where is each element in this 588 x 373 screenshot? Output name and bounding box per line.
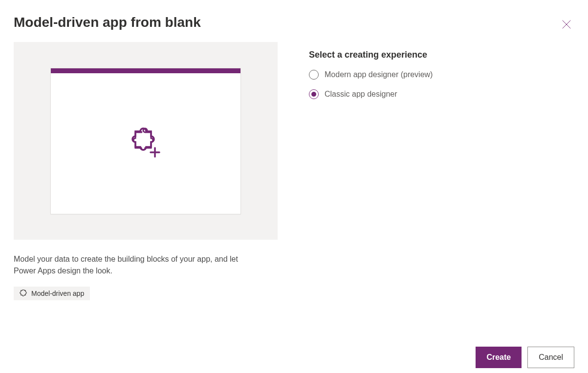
options-section-label: Select a creating experience (309, 50, 433, 60)
radio-classic-designer[interactable]: Classic app designer (309, 89, 433, 99)
radio-button-icon (309, 70, 319, 80)
cancel-button[interactable]: Cancel (527, 347, 574, 368)
preview-thumbnail (14, 42, 278, 240)
close-icon (562, 20, 571, 29)
preview-column: Model your data to create the building b… (14, 42, 278, 300)
close-button[interactable] (559, 17, 574, 32)
puzzle-plus-icon (128, 126, 164, 161)
create-button[interactable]: Create (476, 347, 522, 368)
radio-modern-designer[interactable]: Modern app designer (preview) (309, 70, 433, 80)
radio-label: Modern app designer (preview) (325, 70, 433, 79)
app-type-tag: Model-driven app (14, 287, 90, 300)
dialog-description: Model your data to create the building b… (14, 253, 248, 277)
radio-selected-dot (311, 92, 316, 97)
radio-button-icon (309, 89, 319, 99)
preview-window (50, 68, 241, 214)
dialog-title: Model-driven app from blank (14, 15, 201, 30)
puzzle-icon (20, 290, 27, 297)
preview-window-body (51, 73, 240, 214)
options-column: Select a creating experience Modern app … (309, 42, 433, 300)
preview-window-bar (51, 68, 240, 73)
app-type-tag-label: Model-driven app (31, 290, 84, 297)
radio-label: Classic app designer (325, 90, 397, 99)
dialog-footer: Create Cancel (476, 347, 574, 368)
